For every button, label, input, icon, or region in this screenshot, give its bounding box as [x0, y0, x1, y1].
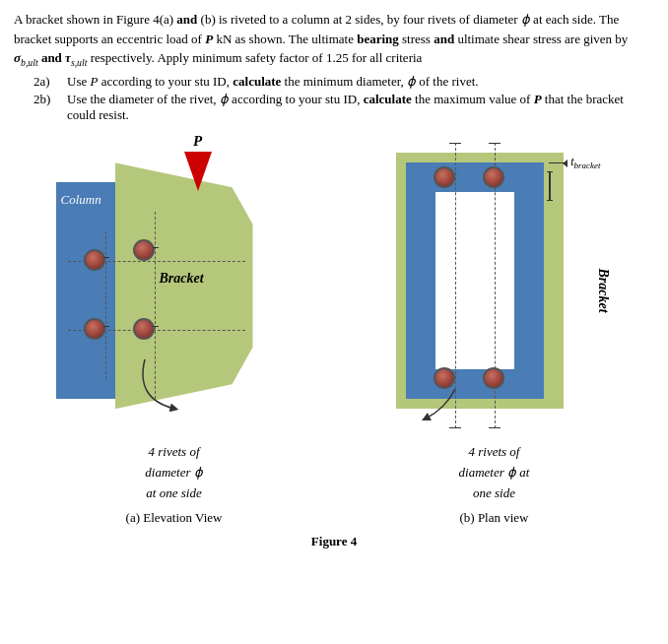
- column-label: Column: [61, 192, 101, 208]
- plan-rivet-tr: [483, 166, 504, 188]
- fig-a-label: (a) Elevation View: [126, 510, 223, 526]
- bracket-label-elevation: Bracket: [160, 271, 204, 287]
- tick2: [103, 326, 109, 327]
- rivet-bl: [84, 318, 105, 340]
- rivet-br: [133, 318, 155, 340]
- plan-tick-t2: [489, 143, 501, 144]
- plan-rivet-tl: [434, 166, 455, 188]
- tick3: [153, 247, 159, 248]
- text-content: A bracket shown in Figure 4(a) and (b) i…: [14, 10, 654, 123]
- p-arrow: P: [184, 133, 212, 191]
- fig-b-label: (b) Plan view: [459, 510, 528, 526]
- t-bracket-text: tbracket: [570, 155, 600, 170]
- item-2a-text: Use P according to your stu ID, calculat…: [67, 74, 479, 90]
- bracket-rotated-text: Bracket: [595, 269, 611, 313]
- plan-diagram: tbracket Bracket: [376, 133, 613, 438]
- t-bracket-annotation: tbracket: [549, 155, 600, 200]
- curve-arrow-svg: [115, 350, 214, 428]
- rivets-note-a: 4 rivets ofdiameter ϕat one side: [145, 442, 202, 503]
- rivet-tl: [84, 249, 105, 271]
- item-2b-label: 2b): [33, 92, 63, 123]
- p-label-text: P: [193, 133, 202, 150]
- elevation-diagram: Column P Bracket: [56, 133, 293, 438]
- figure-b: tbracket Bracket: [376, 133, 613, 525]
- item-2b-text: Use the diameter of the rivet, ϕ accordi…: [67, 92, 654, 123]
- figure-container: Column P Bracket: [14, 133, 654, 525]
- tick4: [153, 326, 159, 327]
- figure-caption: Figure 4: [14, 534, 654, 549]
- rivets-note-b: 4 rivets ofdiameter ϕ atone side: [459, 442, 530, 503]
- para1: A bracket shown in Figure 4(a) and (b) i…: [14, 10, 654, 70]
- plan-tick-t1: [449, 143, 461, 144]
- plan-arrow-svg: [396, 379, 495, 438]
- rivet-tr: [133, 239, 155, 261]
- figure-a: Column P Bracket: [56, 133, 293, 525]
- tick1: [103, 257, 109, 258]
- item-2a-label: 2a): [33, 74, 63, 90]
- plan-white: [435, 192, 514, 369]
- dashed-v1: [105, 231, 106, 379]
- arrow-down-icon: [184, 152, 212, 191]
- bracket-rotated-label: Bracket: [593, 212, 613, 369]
